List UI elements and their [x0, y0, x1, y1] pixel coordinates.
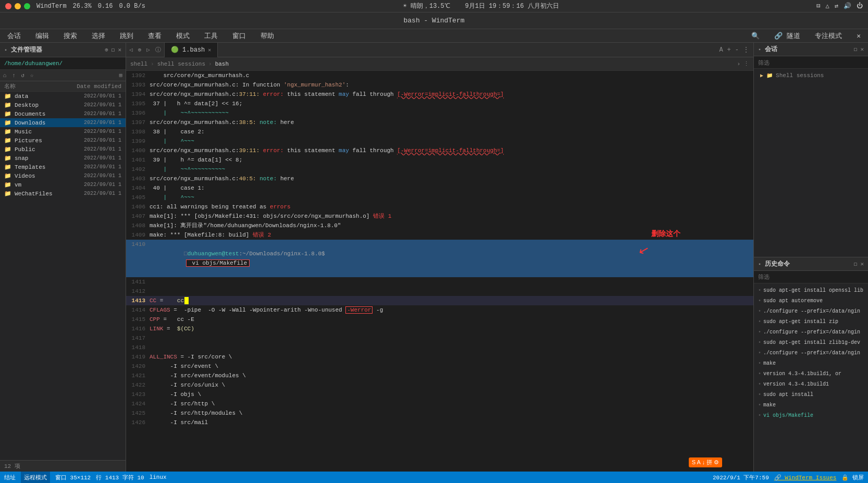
menu-sessions[interactable]: 会话 [4, 30, 24, 42]
history-item-2[interactable]: • sudo apt autoremove [756, 296, 866, 306]
history-item-12[interactable]: • make [756, 400, 866, 411]
status-issues[interactable]: 🔗 WindTerm Issues [774, 474, 837, 481]
tab-new-session[interactable]: ⊕ [138, 46, 142, 53]
folder-icon: 📁 [4, 190, 13, 197]
app-menubar[interactable]: 会话 编辑 搜索 选择 跳到 查看 模式 工具 窗口 帮助 🔍 🔗 隧道 专注模… [0, 29, 868, 43]
menu-goto[interactable]: 跳到 [117, 30, 137, 42]
tab-nav-left[interactable]: ◁ [129, 46, 133, 53]
file-name: WeChatFiles [15, 191, 69, 197]
sidebar-header-icons[interactable]: ⊕ ◻ ✕ [105, 46, 121, 53]
terminal-content[interactable]: 1392 src/core/ngx_murmurhash.c 1393 src/… [126, 71, 753, 472]
traffic-lights[interactable] [5, 3, 30, 9]
breadcrumb-shell[interactable]: shell [130, 61, 147, 67]
nav-bookmark-icon[interactable]: ☆ [30, 72, 34, 79]
menu-view[interactable]: 查看 [145, 30, 165, 42]
file-name: Pictures [15, 138, 69, 144]
terminal-line-1409: 1409 make: *** [Makefile:8: build] 错误 2 [126, 230, 753, 240]
history-filter-input[interactable] [758, 274, 864, 280]
more-options-icon[interactable]: ⋮ [743, 46, 749, 54]
sessions-filter[interactable] [754, 56, 868, 69]
file-item-wechatfiles[interactable]: 📁 WeChatFiles 2022/09/01 1 [0, 189, 126, 198]
folder-icon: 📁 [4, 164, 13, 170]
nav-arrow-right[interactable]: › [737, 61, 740, 67]
file-date: 2022/09/01 1 [69, 120, 121, 126]
folder-icon: 📁 [4, 172, 13, 179]
breadcrumb-shell-sessions[interactable]: shell sessions [157, 61, 205, 67]
file-item-public[interactable]: 📁 Public 2022/09/01 1 [0, 145, 126, 154]
file-item-desktop[interactable]: 📁 Desktop 2022/09/01 1 [0, 101, 126, 109]
app-title: bash - WindTerm [403, 17, 464, 24]
file-date: 2022/09/01 1 [69, 102, 121, 108]
file-item-snap[interactable]: 📁 snap 2022/09/01 1 [0, 154, 126, 163]
menu-mode[interactable]: 模式 [173, 30, 193, 42]
breadcrumb-right[interactable]: › ⋮ [737, 60, 749, 67]
sessions-filter-input[interactable] [758, 59, 864, 66]
sidebar-nav-controls[interactable]: ⌂ ↑ ↺ ☆ [3, 72, 33, 79]
history-item-9[interactable]: • version 4.3-4.1build1, or [756, 369, 866, 379]
history-item-4[interactable]: • sudo apt-get install zip [756, 317, 866, 327]
history-item-7[interactable]: • ./configure --prefix=/data/ngin [756, 348, 866, 358]
sidebar-controls[interactable]: ⌂ ↑ ↺ ☆ ⊞ [0, 70, 126, 81]
menu-select[interactable]: 选择 [89, 30, 108, 42]
close-button[interactable] [5, 3, 11, 9]
mac-bar-center: ☀ 晴朗，13.5℃ 9月1日 19：59：16 八月初六日 [403, 2, 559, 10]
file-item-documents[interactable]: 📁 Documents 2022/09/01 1 [0, 109, 126, 118]
file-item-videos[interactable]: 📁 Videos 2022/09/01 1 [0, 171, 126, 180]
sessions-title: ▪ 会话 [758, 45, 777, 54]
nav-refresh-icon[interactable]: ↺ [21, 72, 24, 79]
menu-search-icon[interactable]: 🔍 [748, 31, 763, 41]
terminal-line-1425: 1425 -I src/http/modules \ [126, 408, 753, 418]
tab-bar-right[interactable]: A + - ⋮ [719, 46, 753, 54]
menu-search[interactable]: 搜索 [60, 30, 80, 42]
tab-bar[interactable]: ◁ ⊕ ▷ ⓘ 🟢 1.bash ✕ A + - ⋮ [126, 43, 753, 57]
menu-tools[interactable]: 工具 [201, 30, 221, 42]
tab-close-icon[interactable]: ✕ [208, 47, 211, 53]
more-menu-icon[interactable]: ⋮ [743, 60, 749, 67]
maximize-button[interactable] [24, 3, 30, 9]
session-item-shell-sessions[interactable]: ▶ 📁 Shell sessions [754, 71, 868, 80]
history-filter[interactable] [754, 271, 868, 283]
tab-bash[interactable]: 🟢 1.bash ✕ [165, 43, 218, 57]
sidebar-sort-icon[interactable]: ⊞ [119, 72, 122, 79]
history-item-13[interactable]: • vi objs/Makefile [756, 411, 866, 421]
history-icons[interactable]: ◻ ✕ [854, 261, 864, 267]
history-item-1[interactable]: • sudo apt-get install openssl lib [756, 286, 866, 296]
history-close-icon[interactable]: ✕ [860, 261, 864, 267]
increase-font-icon[interactable]: + [727, 46, 731, 54]
menu-edit[interactable]: 编辑 [32, 30, 52, 42]
history-item-3[interactable]: • ./configure --prefix=/data/ngin [756, 306, 866, 317]
file-item-music[interactable]: 📁 Music 2022/09/01 1 [0, 127, 126, 136]
sidebar-close-icon[interactable]: ✕ [118, 46, 121, 53]
history-item-6[interactable]: • sudo apt-get install zlib1g-dev [756, 338, 866, 348]
sessions-icons[interactable]: ◻ ✕ [854, 46, 864, 53]
menu-close-icon[interactable]: ✕ [853, 31, 864, 41]
history-item-5[interactable]: • ./configure --prefix=/data/ngin [756, 327, 866, 338]
sessions-pin-icon[interactable]: ◻ [854, 46, 858, 53]
sessions-close-icon[interactable]: ✕ [860, 46, 864, 53]
app-titlebar: bash - WindTerm [0, 13, 868, 29]
status-lock[interactable]: 🔒 锁屏 [841, 474, 864, 481]
history-pin-icon[interactable]: ◻ [854, 261, 858, 267]
nav-home-icon[interactable]: ⌂ [3, 72, 7, 79]
history-item-11[interactable]: • sudo apt install [756, 390, 866, 400]
file-item-downloads[interactable]: 📁 Downloads 2022/09/01 1 [0, 118, 126, 127]
menu-tunnel[interactable]: 🔗 隧道 [771, 30, 803, 42]
file-name: data [15, 93, 69, 100]
file-item-templates[interactable]: 📁 Templates 2022/09/01 1 [0, 163, 126, 171]
tab-info-icon[interactable]: ⓘ [155, 46, 161, 54]
menu-window[interactable]: 窗口 [229, 30, 249, 42]
file-item-vm[interactable]: 📁 vm 2022/09/01 1 [0, 180, 126, 189]
menu-focus-mode[interactable]: 专注模式 [812, 30, 845, 42]
file-item-pictures[interactable]: 📁 Pictures 2022/09/01 1 [0, 136, 126, 145]
minimize-button[interactable] [15, 3, 21, 9]
sidebar-pin-icon[interactable]: ◻ [111, 46, 115, 53]
sidebar-new-icon[interactable]: ⊕ [105, 46, 108, 53]
history-item-8[interactable]: • make [756, 358, 866, 369]
nav-up-icon[interactable]: ↑ [12, 72, 16, 79]
file-item-data[interactable]: 📁 data 2022/09/01 1 [0, 92, 126, 101]
menu-help[interactable]: 帮助 [257, 30, 277, 42]
decrease-font-icon[interactable]: - [735, 46, 739, 54]
history-item-10[interactable]: • version 4.3-4.1build1 [756, 379, 866, 390]
tab-nav-right[interactable]: ▷ [146, 46, 150, 53]
folder-icon: 📁 [4, 128, 13, 135]
